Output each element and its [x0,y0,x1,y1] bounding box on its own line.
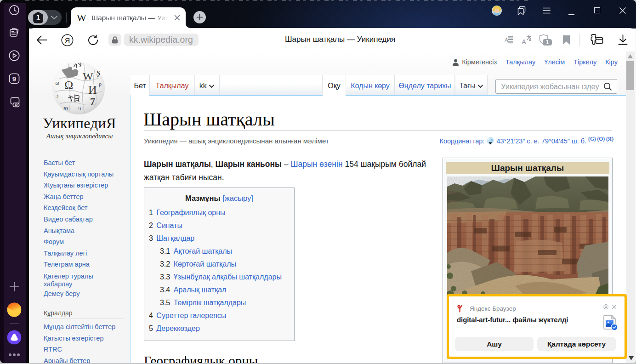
svg-text:7: 7 [90,96,95,107]
svg-text:Ω: Ω [64,79,73,92]
svg-text:ρ: ρ [99,81,102,87]
svg-text:1: 1 [36,14,40,22]
svg-text:И: И [88,83,97,97]
svg-text:Я: Я [65,36,70,44]
svg-text:W: W [83,70,93,82]
svg-text:з: з [56,92,58,99]
svg-text:A: A [504,37,509,44]
svg-text:ч: ч [78,105,81,112]
svg-text:1: 1 [546,39,549,46]
svg-text:ю: ю [63,105,68,112]
svg-text:Ş: Ş [97,69,100,77]
svg-text:9: 9 [12,75,16,83]
svg-text:A: A [522,38,526,46]
